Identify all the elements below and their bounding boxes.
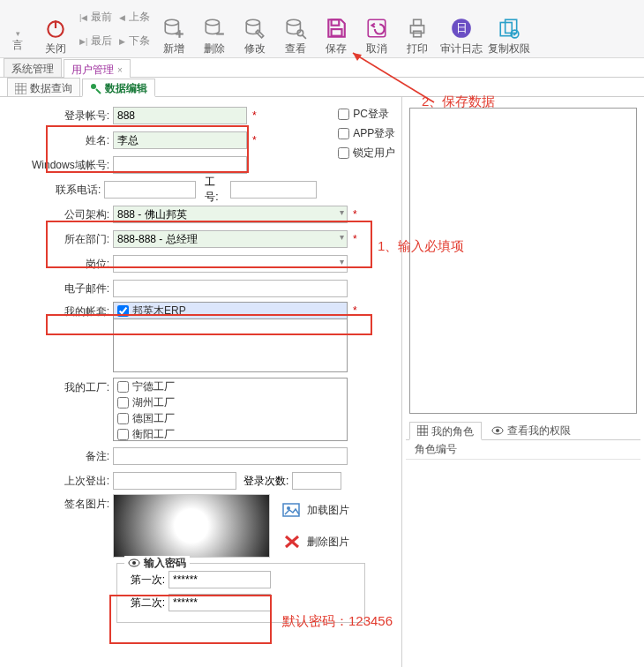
myacct-listbox[interactable] (113, 319, 348, 372)
svg-rect-11 (332, 19, 340, 26)
remark-label: 备注: (7, 449, 113, 464)
factory-listbox[interactable]: 宁德工厂湖州工厂德国工厂衡阳工厂 (113, 378, 348, 441)
save-button[interactable]: 保存 (316, 2, 356, 56)
app-login-checkbox[interactable]: APP登录 (338, 125, 395, 141)
load-image-button[interactable]: 加载图片 (282, 499, 349, 521)
svg-point-2 (166, 19, 179, 26)
svg-line-10 (303, 35, 306, 39)
nav-first[interactable]: |◀最前 (79, 10, 112, 25)
pw2-label: 第二次: (124, 596, 168, 611)
anno-text-defaultpw: 默认密码：123456 (282, 613, 393, 630)
delete-image-button[interactable]: 删除图片 (282, 531, 349, 552)
anno-arrow (349, 49, 455, 114)
close-icon[interactable]: × (117, 65, 123, 75)
password-group-title: 输入密码 (144, 556, 186, 571)
tab-usermgr[interactable]: 用户管理 × (64, 59, 131, 78)
lastlogin-input[interactable] (113, 472, 236, 490)
eye-icon (128, 558, 140, 570)
required-mark: * (353, 233, 357, 245)
pw1-input[interactable] (168, 571, 271, 588)
view-button[interactable]: 查看 (275, 2, 316, 56)
dept-label: 所在部门: (7, 232, 113, 247)
undo-icon (365, 17, 388, 40)
tab-dataquery[interactable]: 数据查询 (7, 78, 80, 96)
x-icon (282, 533, 302, 551)
print-icon (406, 17, 429, 40)
myacct-selected[interactable]: 邦英木ERP (113, 302, 348, 319)
phone-label: 联系电话: (7, 183, 104, 198)
factory-item[interactable]: 衡阳工厂 (114, 426, 347, 441)
signature-preview (113, 494, 270, 558)
required-mark: * (252, 134, 257, 146)
dept-combo[interactable] (113, 230, 348, 248)
required-mark: * (353, 208, 357, 221)
form-pane: 登录帐号: * 姓名: * Windows域帐号: 联系电话: 工号: (0, 97, 401, 667)
nav-prev-next: ◀上条 ▶下条 (116, 2, 154, 56)
tab-dataedit[interactable]: 数据编辑 (82, 79, 155, 97)
pw1-label: 第一次: (124, 573, 168, 588)
nav-prev[interactable]: ◀上条 (119, 10, 150, 25)
lock-user-checkbox[interactable]: 锁定用户 (338, 145, 395, 161)
logincount-input[interactable] (292, 472, 341, 490)
nav-first-last: |◀最前 ▶|最后 (76, 2, 116, 56)
svg-rect-34 (417, 425, 428, 436)
login-account-input[interactable] (113, 107, 247, 124)
tab-sysmgr[interactable]: 系统管理 (4, 58, 62, 77)
auditlog-button[interactable]: 日 审计日志 (438, 2, 485, 56)
copyperm-button[interactable]: 复制权限 (485, 2, 533, 56)
svg-rect-12 (332, 29, 342, 36)
factory-item[interactable]: 德国工厂 (114, 410, 347, 426)
factory-item[interactable]: 宁德工厂 (114, 378, 347, 394)
db-edit-icon (243, 17, 266, 40)
jobno-input[interactable] (230, 181, 317, 199)
lastlogin-label: 上次登出: (7, 474, 113, 489)
svg-rect-13 (369, 19, 386, 37)
anno-text-step1: 1、输入必填项 (378, 238, 464, 255)
main-area: 登录帐号: * 姓名: * Windows域帐号: 联系电话: 工号: (0, 97, 644, 667)
right-pane: 我的角色 查看我的权限 角色编号 (401, 97, 644, 667)
post-label: 岗位: (7, 257, 113, 272)
nav-next[interactable]: ▶下条 (119, 34, 150, 49)
image-icon (282, 501, 302, 519)
myfactory-label: 我的工厂: (7, 378, 113, 395)
svg-line-41 (353, 53, 434, 102)
svg-rect-14 (411, 26, 424, 34)
email-label: 电子邮件: (7, 281, 113, 296)
jobno-label: 工号: (205, 175, 227, 205)
language-partial: ▾ 言 (0, 2, 35, 56)
nav-last[interactable]: ▶|最后 (79, 34, 112, 49)
delete-button[interactable]: 删除 (194, 2, 235, 56)
factory-item[interactable]: 湖州工厂 (114, 394, 347, 410)
required-mark: * (353, 302, 357, 317)
modify-button[interactable]: 修改 (235, 2, 275, 56)
email-input[interactable] (113, 280, 348, 297)
close-button[interactable]: 关闭 (35, 2, 76, 56)
print-button[interactable]: 打印 (397, 2, 438, 56)
pw2-input[interactable] (168, 594, 271, 611)
svg-point-40 (496, 429, 499, 432)
windows-input[interactable] (113, 156, 247, 174)
grid-icon (417, 425, 428, 438)
db-search-icon (284, 17, 307, 40)
copyperm-icon (498, 17, 520, 40)
eye-icon (491, 425, 504, 438)
power-icon (44, 17, 67, 40)
svg-rect-22 (15, 83, 26, 94)
svg-rect-15 (414, 19, 422, 26)
cancel-button[interactable]: 取消 (356, 2, 397, 56)
company-combo[interactable] (113, 206, 348, 223)
svg-rect-20 (505, 19, 517, 33)
required-mark: * (252, 109, 257, 122)
remark-input[interactable] (113, 447, 348, 465)
name-label: 姓名: (7, 133, 113, 148)
name-input[interactable] (113, 131, 247, 149)
post-combo[interactable] (113, 255, 348, 273)
db-add-icon (162, 17, 185, 40)
svg-point-27 (91, 84, 96, 89)
auditlog-icon: 日 (450, 17, 473, 40)
db-minus-icon (203, 17, 226, 40)
phone-input[interactable] (104, 181, 196, 199)
tab-myrole[interactable]: 我的角色 (409, 422, 482, 440)
add-button[interactable]: 新增 (154, 2, 194, 56)
tab-viewperm[interactable]: 查看我的权限 (483, 421, 579, 439)
